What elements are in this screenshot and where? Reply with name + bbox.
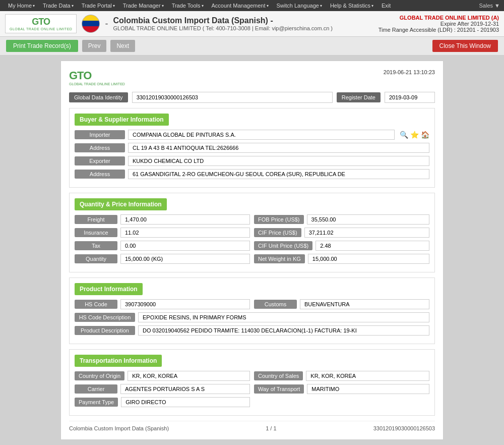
payment-col: Payment Type GIRO DIRECTO bbox=[75, 397, 250, 407]
address2-row: Address 61 GASANDIGITAL 2-RO GEUMCHEON-G… bbox=[75, 169, 429, 179]
hscode-label: HS Code bbox=[75, 300, 117, 309]
tax-col: Tax 0.00 bbox=[75, 241, 250, 251]
caret-icon: ▾ bbox=[113, 4, 115, 8]
toolbar-top: Print Trade Record(s) Prev Next Close Th… bbox=[0, 37, 504, 55]
cif-col: CIF Price (US$) 37,211.02 bbox=[254, 228, 429, 238]
freight-col: Freight 1,470.00 bbox=[75, 214, 250, 225]
page-title: Colombia Custom Import Data (Spanish) - bbox=[113, 16, 333, 25]
importer-value: COMPANIA GLOBAL DE PINTURAS S.A. bbox=[128, 130, 395, 140]
carrier-transport-row: Carrier AGENTES PORTUARIOS S A S Way of … bbox=[75, 384, 429, 394]
insurance-value: 11.02 bbox=[120, 228, 250, 238]
header-left: GTO GLOBAL TRADE ONLINE LIMITED - Colomb… bbox=[5, 14, 333, 33]
exporter-value: KUKDO CHEMICAL CO LTD bbox=[128, 156, 429, 166]
fob-label: FOB Price (US$) bbox=[254, 215, 304, 224]
next-button[interactable]: Next bbox=[110, 40, 135, 52]
hscode-desc-row: HS Code Description EPOXIDE RESINS, IN P… bbox=[75, 312, 429, 322]
cif-unit-value: 2.48 bbox=[316, 241, 429, 251]
origin-value: KR, KOR, KOREA bbox=[128, 371, 250, 381]
transportation-section: Transportation Information Country of Or… bbox=[69, 349, 435, 416]
gdi-value: 33012019030000126503 bbox=[132, 92, 333, 103]
gdi-row: Global Data Identity 3301201903000012650… bbox=[69, 92, 435, 103]
record-logo-sub: GLOBAL TRADE ONLINE LIMITED bbox=[69, 82, 125, 86]
star-icon[interactable]: ⭐ bbox=[410, 131, 419, 139]
product-desc-row: Product Description DO 032019040562 PEDI… bbox=[75, 325, 429, 336]
logo: GTO GLOBAL TRADE ONLINE LIMITED bbox=[5, 14, 77, 33]
search-icon[interactable]: 🔍 bbox=[400, 131, 408, 139]
quantity-price-header: Quantity & Price Information bbox=[75, 198, 167, 210]
importer-row: Importer COMPANIA GLOBAL DE PINTURAS S.A… bbox=[75, 130, 429, 140]
cif-label: CIF Price (US$) bbox=[254, 228, 301, 237]
sales-col: Country of Sales KR, KOR, KOREA bbox=[254, 371, 429, 381]
separator-dash: - bbox=[105, 19, 108, 29]
transportation-header: Transportation Information bbox=[75, 355, 162, 367]
customs-value: BUENAVENTURA bbox=[300, 299, 429, 309]
transport-col: Way of Transport MARITIMO bbox=[254, 384, 429, 394]
exporter-row: Exporter KUKDO CHEMICAL CO LTD bbox=[75, 156, 429, 166]
nav-my-home[interactable]: My Home ▾ bbox=[4, 2, 39, 10]
logo-text: GTO bbox=[32, 17, 50, 27]
nav-help-statistics[interactable]: Help & Statistics ▾ bbox=[326, 2, 377, 10]
payment-label: Payment Type bbox=[75, 398, 118, 407]
sales-value: KR, KOR, KOREA bbox=[306, 371, 429, 381]
record-logo: GTO GLOBAL TRADE ONLINE LIMITED bbox=[69, 69, 125, 86]
exporter-label: Exporter bbox=[75, 156, 125, 165]
register-date-label: Register Date bbox=[337, 92, 381, 102]
hscode-desc-label: HS Code Description bbox=[75, 313, 135, 322]
nav-trade-portal[interactable]: Trade Portal ▾ bbox=[78, 2, 119, 10]
freight-value: 1,470.00 bbox=[120, 214, 250, 225]
carrier-col: Carrier AGENTES PORTUARIOS S A S bbox=[75, 384, 250, 394]
colombia-flag bbox=[82, 15, 100, 33]
footer-left: Colombia Custom Import Data (Spanish) bbox=[69, 425, 169, 431]
header-right: GLOBAL TRADE ONLINE LIMITED (A) Expire A… bbox=[379, 15, 499, 33]
nav-trade-data[interactable]: Trade Data ▾ bbox=[39, 2, 78, 10]
caret-icon: ▾ bbox=[371, 4, 373, 8]
cif-value: 37,211.02 bbox=[304, 228, 429, 238]
netweight-label: Net Weight in KG bbox=[254, 254, 305, 263]
hscode-value: 3907309000 bbox=[120, 299, 250, 309]
register-date-value: 2019-03-09 bbox=[385, 92, 435, 103]
gto-account-label: GLOBAL TRADE ONLINE LIMITED (A) bbox=[379, 15, 499, 21]
caret-icon: ▾ bbox=[202, 4, 204, 8]
insurance-cif-row: Insurance 11.02 CIF Price (US$) 37,211.0… bbox=[75, 228, 429, 238]
product-header: Product Information bbox=[75, 283, 143, 295]
buyer-supplier-section: Buyer & Supplier Information Importer CO… bbox=[69, 108, 435, 188]
close-button[interactable]: Close This Window bbox=[432, 40, 498, 52]
transport-value: MARITIMO bbox=[307, 384, 429, 394]
header-bar: GTO GLOBAL TRADE ONLINE LIMITED - Colomb… bbox=[0, 11, 504, 37]
top-navigation: My Home ▾ Trade Data ▾ Trade Portal ▾ Tr… bbox=[0, 0, 504, 11]
hscode-customs-row: HS Code 3907309000 Customs BUENAVENTURA bbox=[75, 299, 429, 309]
tax-cifunit-row: Tax 0.00 CIF Unit Price (US$) 2.48 bbox=[75, 241, 429, 251]
cif-unit-label: CIF Unit Price (US$) bbox=[254, 241, 312, 250]
footer-middle: 1 / 1 bbox=[266, 425, 276, 431]
record-card: GTO GLOBAL TRADE ONLINE LIMITED 2019-06-… bbox=[60, 61, 444, 440]
payment-row: Payment Type GIRO DIRECTO bbox=[75, 397, 429, 407]
ldr-label: Time Range Accessible (LDR) : 201201 - 2… bbox=[379, 27, 499, 33]
quantity-value: 15,000.00 (KG) bbox=[120, 254, 250, 264]
nav-trade-tools[interactable]: Trade Tools ▾ bbox=[168, 2, 208, 10]
caret-icon: ▾ bbox=[162, 4, 164, 8]
netweight-value: 15,000.00 bbox=[308, 254, 429, 264]
tax-label: Tax bbox=[75, 241, 117, 250]
caret-icon: ▾ bbox=[320, 4, 322, 8]
nav-account-management[interactable]: Account Management ▾ bbox=[208, 2, 273, 10]
quantity-label: Quantity bbox=[75, 254, 117, 263]
address1-label: Address bbox=[75, 143, 125, 152]
record-timestamp: 2019-06-21 13:10:23 bbox=[384, 69, 435, 75]
origin-col: Country of Origin KR, KOR, KOREA bbox=[75, 371, 250, 381]
qty-netweight-row: Quantity 15,000.00 (KG) Net Weight in KG… bbox=[75, 254, 429, 264]
nav-exit[interactable]: Exit bbox=[377, 2, 395, 10]
main-content: GTO GLOBAL TRADE ONLINE LIMITED 2019-06-… bbox=[0, 55, 504, 445]
nav-switch-language[interactable]: Switch Language ▾ bbox=[273, 2, 326, 10]
print-button[interactable]: Print Trade Record(s) bbox=[6, 40, 78, 52]
prev-button[interactable]: Prev bbox=[82, 40, 107, 52]
product-desc-value: DO 032019040562 PEDIDO TRAMITE: 114030 D… bbox=[138, 325, 429, 336]
footer-right: 33012019030000126503 bbox=[373, 425, 435, 431]
fob-value: 35,550.00 bbox=[307, 214, 429, 225]
insurance-col: Insurance 11.02 bbox=[75, 228, 250, 238]
nav-trade-manager[interactable]: Trade Manager ▾ bbox=[119, 2, 168, 10]
importer-label: Importer bbox=[75, 130, 125, 139]
house-icon[interactable]: 🏠 bbox=[421, 131, 429, 139]
address2-value: 61 GASANDIGITAL 2-RO GEUMCHEON-GU SEOUL … bbox=[128, 169, 429, 179]
tax-value: 0.00 bbox=[120, 241, 250, 251]
sales-menu[interactable]: Sales ▼ bbox=[479, 3, 500, 9]
